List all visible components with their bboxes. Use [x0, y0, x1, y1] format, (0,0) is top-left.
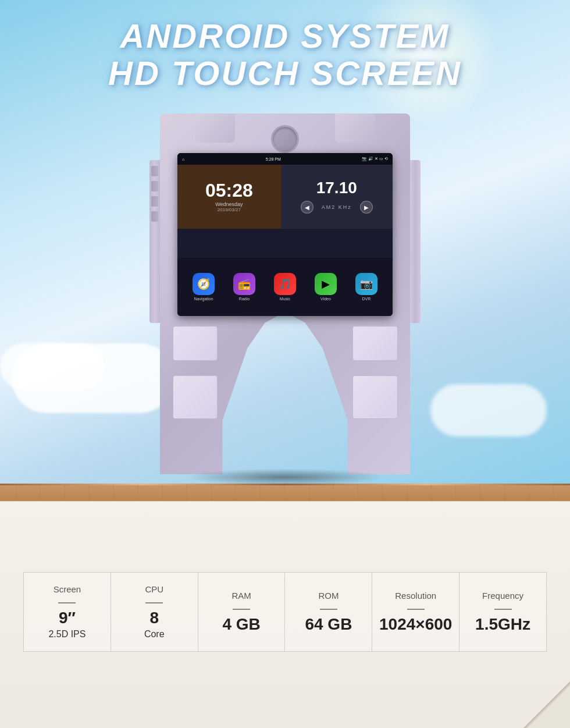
spec-divider-6 [494, 609, 512, 610]
radio-shadow [185, 468, 385, 486]
app-dvr[interactable]: 📷 DVR [355, 273, 377, 301]
slot-right-bottom [352, 375, 397, 419]
radio-label-text: Radio [239, 297, 250, 301]
spec-frequency: Frequency 1.5GHz [459, 572, 547, 652]
spec-cpu-sub: Core [144, 629, 165, 640]
spec-rom-label: ROM [318, 591, 339, 601]
spec-resolution-label: Resolution [395, 591, 436, 601]
spec-divider-1 [58, 602, 76, 603]
spec-cpu-label: CPU [145, 584, 163, 594]
top-cutout-left [195, 113, 235, 143]
spec-frequency-label: Frequency [482, 591, 523, 601]
video-icon: ▶ [315, 273, 337, 295]
top-cutout-right [335, 113, 375, 143]
clock-date: 2019/03/27 [218, 207, 241, 212]
nav-label: Navigation [194, 297, 213, 301]
radio-band: AM2 KHz [322, 204, 352, 210]
prev-button[interactable]: ◀ [301, 201, 314, 214]
radio-icon: 📻 [233, 273, 255, 295]
title-line1: ANDROID SYSTEM [0, 17, 570, 55]
next-button[interactable]: ▶ [360, 201, 373, 214]
side-left-buttons [149, 160, 160, 323]
slot-left-top [173, 326, 218, 361]
side-button-4[interactable] [151, 211, 158, 222]
clock-time: 05:28 [205, 181, 253, 200]
app-radio[interactable]: 📻 Radio [233, 273, 255, 301]
spec-rom-value: 64 GB [305, 616, 352, 634]
spec-ram-label: RAM [231, 591, 251, 601]
dvr-icon: 📷 [355, 273, 377, 295]
status-time: 5:28 PM [266, 157, 281, 161]
app-video[interactable]: ▶ Video [315, 273, 337, 301]
status-bar: ⌂ 5:28 PM 📷 🔊 ✕ ▭ ⟲ [177, 153, 393, 165]
spec-divider-2 [145, 602, 163, 603]
touchscreen[interactable]: ⌂ 5:28 PM 📷 🔊 ✕ ▭ ⟲ 05:28 Wednesday 2019… [177, 153, 393, 316]
music-icon: 🎵 [274, 273, 296, 295]
side-right-strip [410, 160, 421, 323]
car-radio-unit: ⌂ 5:28 PM 📷 🔊 ✕ ▭ ⟲ 05:28 Wednesday 2019… [160, 113, 410, 474]
slot-right-top [352, 326, 397, 361]
spec-screen-sub: 2.5D IPS [48, 629, 86, 640]
spec-screen-value: 9″ [59, 609, 76, 627]
spec-screen: Screen 9″ 2.5D IPS [23, 572, 111, 652]
spec-divider-3 [233, 609, 250, 610]
side-button-1[interactable] [151, 166, 158, 176]
specs-grid: Screen 9″ 2.5D IPS CPU 8 Core RAM 4 GB R… [23, 572, 547, 652]
radio-frequency: 17.10 [316, 180, 357, 196]
video-label: Video [320, 297, 331, 301]
status-icons: 📷 🔊 ✕ ▭ ⟲ [362, 157, 388, 161]
side-button-2[interactable] [151, 181, 158, 191]
slot-left-bottom [173, 375, 218, 419]
app-music[interactable]: 🎵 Music [274, 273, 296, 301]
music-label: Music [280, 297, 290, 301]
spec-frequency-value: 1.5GHz [475, 616, 530, 634]
spec-resolution: Resolution 1024×600 [372, 572, 459, 652]
title-section: ANDROID SYSTEM HD TOUCH SCREEN [0, 17, 570, 92]
app-navigation[interactable]: 🧭 Navigation [193, 273, 215, 301]
cloud-2 [0, 343, 105, 390]
spec-resolution-value: 1024×600 [379, 616, 452, 634]
radio-controls: ◀ AM2 KHz ▶ [301, 201, 373, 214]
title-line2: HD TOUCH SCREEN [0, 55, 570, 92]
nav-icon: 🧭 [193, 273, 215, 295]
side-button-3[interactable] [151, 196, 158, 207]
spec-divider-5 [407, 609, 425, 610]
spec-ram: RAM 4 GB [198, 572, 285, 652]
spec-ram-value: 4 GB [222, 616, 260, 634]
top-circle-knob [271, 125, 299, 153]
dvr-label: DVR [362, 297, 370, 301]
clock-area: 05:28 Wednesday 2019/03/27 [177, 165, 281, 229]
spec-cpu-value: 8 [149, 609, 159, 627]
home-icon: ⌂ [182, 157, 184, 161]
spec-screen-label: Screen [54, 584, 81, 594]
spec-divider-4 [320, 609, 337, 610]
clock-day: Wednesday [215, 201, 243, 207]
spec-rom: ROM 64 GB [284, 572, 372, 652]
radio-area: 17.10 ◀ AM2 KHz ▶ [281, 165, 393, 229]
screen-inner: ⌂ 5:28 PM 📷 🔊 ✕ ▭ ⟲ 05:28 Wednesday 2019… [177, 153, 393, 316]
cloud-3 [430, 384, 547, 436]
apps-area: 🧭 Navigation 📻 Radio 🎵 Music ▶ Video 📷 [177, 258, 393, 316]
spec-cpu: CPU 8 Core [111, 572, 198, 652]
specs-section: Screen 9″ 2.5D IPS CPU 8 Core RAM 4 GB R… [0, 501, 570, 728]
